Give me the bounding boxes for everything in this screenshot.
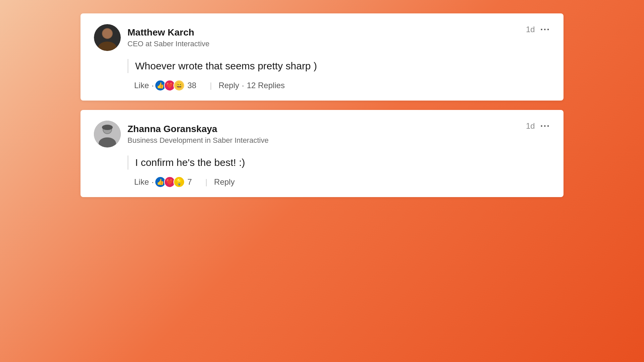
separator-1: | <box>210 81 212 90</box>
comment-body-2: I confirm he's the best! :) Like · 👍 ❤️ … <box>94 156 550 188</box>
comment-text-1: Whoever wrote that seems pretty sharp ) <box>127 59 550 73</box>
author-name-1: Matthew Karch <box>127 27 210 38</box>
author-name-2: Zhanna Goranskaya <box>127 123 269 135</box>
reaction-emojis-2: 👍 ❤️ 💡 <box>157 176 185 188</box>
author-info-1: Matthew Karch CEO at Saber Interactive <box>127 27 210 48</box>
timestamp-2: 1d <box>526 121 535 131</box>
timestamp-1: 1d <box>526 25 535 34</box>
reply-button-2[interactable]: Reply <box>214 177 234 187</box>
svg-point-3 <box>103 29 112 38</box>
comment-text-2: I confirm he's the best! :) <box>127 156 550 170</box>
comment-meta-1: 1d ··· <box>526 24 550 35</box>
author-info-2: Zhanna Goranskaya Business Development i… <box>127 123 269 145</box>
svg-point-8 <box>102 125 113 130</box>
reaction-count-2: 7 <box>187 177 192 187</box>
comment-header-1: Matthew Karch CEO at Saber Interactive 1… <box>94 24 550 51</box>
more-options-1[interactable]: ··· <box>540 24 550 35</box>
more-options-2[interactable]: ··· <box>540 121 550 131</box>
emoji-haha-1: 😄 <box>173 80 185 91</box>
comment-body-1: Whoever wrote that seems pretty sharp ) … <box>94 59 550 91</box>
reaction-emojis-1: 👍 ❤️ 😄 <box>157 80 185 91</box>
author-section-1: Matthew Karch CEO at Saber Interactive <box>94 24 210 51</box>
author-title-1: CEO at Saber Interactive <box>127 40 210 48</box>
comment-actions-2: Like · 👍 ❤️ 💡 7 | Reply <box>127 176 550 188</box>
separator-2: | <box>205 177 207 187</box>
reply-button-1[interactable]: Reply <box>219 81 239 90</box>
comment-actions-1: Like · 👍 ❤️ 😄 38 | Reply · 12 Replies <box>127 80 550 91</box>
action-dot-2: · <box>152 177 154 187</box>
like-button-1[interactable]: Like <box>134 81 149 90</box>
comment-header-2: Zhanna Goranskaya Business Development i… <box>94 121 550 147</box>
reaction-count-1: 38 <box>187 81 197 90</box>
author-title-2: Business Development in Saber Interactiv… <box>127 136 269 145</box>
avatar-matthew <box>94 24 121 51</box>
comment-card-1: Matthew Karch CEO at Saber Interactive 1… <box>80 13 564 101</box>
avatar-zhanna <box>94 121 121 147</box>
like-button-2[interactable]: Like <box>134 177 149 187</box>
author-section-2: Zhanna Goranskaya Business Development i… <box>94 121 269 147</box>
replies-count-1: 12 Replies <box>247 81 285 90</box>
action-dot-reply-1: · <box>242 81 244 90</box>
emoji-insightful-2: 💡 <box>173 176 185 188</box>
action-dot-1: · <box>152 81 154 90</box>
comment-meta-2: 1d ··· <box>526 121 550 131</box>
comment-card-2: Zhanna Goranskaya Business Development i… <box>80 110 564 197</box>
